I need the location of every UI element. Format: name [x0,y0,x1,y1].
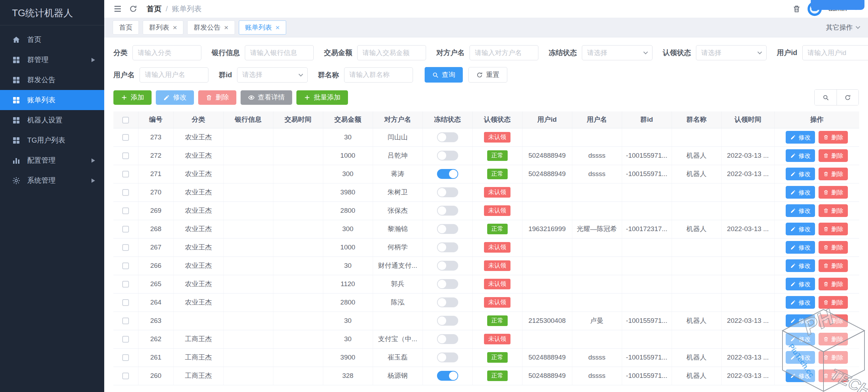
sidebar-item-bill-list[interactable]: 账单列表 [0,90,104,110]
frozen-toggle[interactable] [437,224,458,234]
row-checkbox[interactable] [122,281,129,288]
row-delete-button[interactable]: 删除 [819,351,848,364]
frozen-status-select[interactable]: 请选择 [582,45,653,60]
cell-bank [223,220,273,238]
row-checkbox[interactable] [122,244,129,251]
row-checkbox[interactable] [122,189,129,196]
row-checkbox[interactable] [122,263,129,269]
row-delete-button[interactable]: 删除 [819,186,848,199]
row-delete-button[interactable]: 删除 [819,278,848,290]
search-button[interactable]: 查询 [425,67,463,83]
row-checkbox[interactable] [122,152,129,159]
row-edit-button[interactable]: 修改 [786,131,815,144]
sidebar-item-tg-user-list[interactable]: TG用户列表 [0,130,104,150]
row-delete-button[interactable]: 删除 [819,314,848,327]
row-checkbox[interactable] [122,226,129,233]
row-edit-button[interactable]: 修改 [786,186,815,199]
frozen-toggle[interactable] [437,352,458,362]
frozen-toggle[interactable] [437,334,458,344]
row-checkbox[interactable] [122,354,129,361]
hamburger-icon[interactable] [113,5,122,13]
row-edit-button[interactable]: 修改 [786,149,815,162]
trash-icon[interactable] [792,5,801,13]
row-checkbox[interactable] [122,171,129,177]
row-checkbox[interactable] [122,299,129,306]
tab-home[interactable]: 首页 [113,20,139,35]
frozen-toggle[interactable] [437,297,458,307]
user-id-input[interactable] [802,45,868,60]
row-edit-button[interactable]: 修改 [786,296,815,309]
cell-id: 265 [138,275,173,293]
batch-add-button[interactable]: 批量添加 [296,90,348,105]
sidebar-item-config-manage[interactable]: 配置管理 [0,150,104,170]
frozen-toggle[interactable] [437,132,458,142]
bank-info-input[interactable] [245,45,314,60]
table-refresh-button[interactable] [837,90,858,105]
frozen-toggle[interactable] [437,242,458,252]
group-name-input[interactable] [344,67,413,83]
row-delete-button[interactable]: 删除 [819,369,848,382]
sidebar-item-group-broadcast[interactable]: 群发公告 [0,70,104,90]
amount-input[interactable] [357,45,426,60]
row-delete-button[interactable]: 删除 [819,131,848,144]
row-edit-button[interactable]: 修改 [786,278,815,290]
frozen-toggle[interactable] [437,169,458,179]
refresh-icon[interactable] [129,5,137,13]
row-edit-button[interactable]: 修改 [786,351,815,364]
table-search-toggle-button[interactable] [815,90,837,105]
row-checkbox[interactable] [122,373,129,379]
row-edit-button[interactable]: 修改 [786,259,815,272]
row-delete-button[interactable]: 删除 [819,223,848,235]
row-checkbox[interactable] [122,318,129,324]
row-edit-button[interactable]: 修改 [786,333,815,345]
cell-bank [223,330,273,348]
row-checkbox[interactable] [122,134,129,141]
frozen-toggle[interactable] [437,151,458,161]
delete-button[interactable]: 删除 [198,90,236,105]
tab-close-icon[interactable] [224,24,228,31]
row-delete-button[interactable]: 删除 [819,149,848,162]
row-edit-button[interactable]: 修改 [786,369,815,382]
frozen-toggle[interactable] [437,187,458,197]
view-detail-button[interactable]: 查看详情 [241,90,292,105]
more-actions-button[interactable]: 其它操作 [826,23,860,32]
row-delete-button[interactable]: 删除 [819,296,848,309]
row-delete-button[interactable]: 删除 [819,259,848,272]
frozen-toggle[interactable] [437,261,458,271]
reset-button[interactable]: 重置 [468,67,507,83]
frozen-toggle[interactable] [437,316,458,326]
sidebar-item-home[interactable]: 首页 [0,30,104,50]
tab-close-icon[interactable] [276,24,280,31]
frozen-toggle[interactable] [437,279,458,289]
tab-broadcast[interactable]: 群发公告 [187,20,235,35]
cell-claim-status: 未认领 [472,257,522,275]
row-delete-button[interactable]: 删除 [819,241,848,254]
row-edit-button[interactable]: 修改 [786,314,815,327]
tab-group-list[interactable]: 群列表 [143,20,183,35]
edit-button[interactable]: 修改 [156,90,194,105]
sidebar-item-group-manage[interactable]: 群管理 [0,50,104,70]
sidebar-item-system-manage[interactable]: 系统管理 [0,170,104,191]
breadcrumb-home[interactable]: 首页 [147,4,161,14]
frozen-toggle[interactable] [437,371,458,381]
row-edit-button[interactable]: 修改 [786,241,815,254]
claim-status-select[interactable]: 请选择 [696,45,767,60]
row-checkbox[interactable] [122,336,129,343]
user-name-input[interactable] [140,67,208,83]
account-name-input[interactable] [470,45,538,60]
add-button[interactable]: 添加 [113,90,152,105]
frozen-toggle[interactable] [437,206,458,216]
row-delete-button[interactable]: 删除 [819,204,848,217]
row-delete-button[interactable]: 删除 [819,333,848,345]
sidebar-item-robot-settings[interactable]: 机器人设置 [0,110,104,130]
row-checkbox[interactable] [122,207,129,214]
row-edit-button[interactable]: 修改 [786,223,815,235]
group-id-select[interactable]: 请选择 [237,67,308,83]
category-input[interactable] [132,45,201,60]
row-delete-button[interactable]: 删除 [819,168,848,180]
row-edit-button[interactable]: 修改 [786,204,815,217]
tab-close-icon[interactable] [173,24,177,31]
tab-bill-list[interactable]: 账单列表 [239,20,286,35]
row-edit-button[interactable]: 修改 [786,168,815,180]
select-all-checkbox[interactable] [122,117,129,123]
